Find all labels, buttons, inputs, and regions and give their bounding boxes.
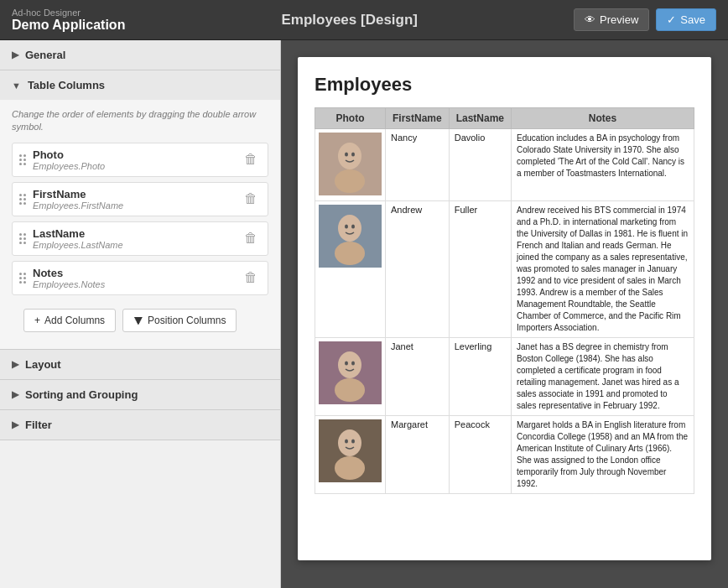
drag-handle[interactable]: [19, 154, 26, 165]
sorting-section-header[interactable]: ▶ Sorting and Grouping: [0, 380, 280, 409]
column-name: FirstName: [33, 188, 234, 200]
table-row: NancyDavolioEducation includes a BA in p…: [315, 129, 694, 201]
delete-column-button[interactable]: 🗑: [241, 268, 261, 287]
layout-label: Layout: [25, 358, 61, 371]
page-title: Employees [Design]: [282, 12, 419, 29]
table-columns-content: Change the order of elements by dragging…: [0, 100, 280, 349]
notes-cell: Margaret holds a BA in English literatur…: [512, 416, 694, 494]
add-columns-label: Add Columns: [44, 315, 105, 326]
svg-point-12: [345, 362, 348, 366]
column-info: Notes Employees.Notes: [33, 267, 234, 289]
layout-arrow-icon: ▶: [12, 359, 18, 370]
delete-column-button[interactable]: 🗑: [241, 150, 261, 169]
position-columns-button[interactable]: ⯆ Position Columns: [122, 309, 237, 332]
svg-point-19: [335, 456, 365, 480]
drag-handle[interactable]: [19, 194, 26, 205]
preview-table-body: NancyDavolioEducation includes a BA in p…: [315, 129, 694, 494]
svg-point-7: [345, 225, 348, 229]
svg-point-8: [351, 225, 355, 229]
lastname-cell: Leverling: [449, 338, 511, 416]
designer-label: Ad-hoc Designer: [12, 8, 125, 18]
position-icon: ⯆: [133, 315, 143, 326]
column-name: Photo: [33, 148, 234, 161]
delete-column-button[interactable]: 🗑: [241, 190, 261, 208]
table-columns-label: Table Columns: [28, 79, 105, 91]
svg-point-18: [351, 440, 355, 444]
employee-photo: [319, 419, 382, 482]
column-field: Employees.Notes: [33, 279, 234, 289]
firstname-cell: Nancy: [386, 129, 450, 201]
lastname-cell: Davolio: [449, 129, 511, 201]
drag-handle[interactable]: [19, 233, 26, 244]
preview-table: PhotoFirstNameLastNameNotes NancyDavolio…: [315, 107, 694, 494]
save-button[interactable]: ✓ Save: [656, 8, 716, 31]
svg-point-17: [345, 440, 348, 444]
sorting-arrow-icon: ▶: [12, 389, 18, 400]
filter-label: Filter: [25, 419, 52, 431]
add-columns-button[interactable]: + Add Columns: [23, 309, 116, 332]
notes-cell: Education includes a BA in psychology fr…: [512, 129, 694, 201]
table-row: JanetLeverlingJanet has a BS degree in c…: [315, 338, 694, 416]
general-section-header[interactable]: ▶ General: [0, 40, 280, 70]
left-panel: ▶ General ▼ Table Columns Change the ord…: [0, 40, 281, 588]
lastname-cell: Fuller: [449, 201, 511, 338]
table-columns-arrow-icon: ▼: [12, 81, 21, 91]
firstname-cell: Janet: [386, 338, 450, 416]
drag-hint: Change the order of elements by dragging…: [12, 108, 268, 134]
preview-table-head: PhotoFirstNameLastNameNotes: [315, 108, 694, 129]
column-field: Employees.LastName: [33, 240, 234, 250]
header: Ad-hoc Designer Demo Application Employe…: [0, 0, 728, 40]
accordion-layout: ▶ Layout: [0, 350, 280, 380]
preview-container: Employees PhotoFirstNameLastNameNotes Na…: [298, 57, 711, 560]
svg-point-9: [335, 242, 365, 265]
table-header-cell: FirstName: [386, 108, 450, 129]
column-name: LastName: [33, 227, 234, 240]
table-header-cell: LastName: [449, 108, 511, 129]
svg-point-1: [338, 143, 361, 169]
svg-point-14: [335, 378, 365, 402]
photo-cell: [315, 416, 386, 494]
panel-buttons: + Add Columns ⯆ Position Columns: [12, 300, 268, 341]
svg-point-16: [338, 429, 361, 456]
svg-point-6: [338, 215, 361, 242]
column-info: Photo Employees.Photo: [33, 148, 234, 171]
save-label: Save: [680, 13, 705, 26]
preview-label: Preview: [600, 13, 638, 26]
firstname-cell: Andrew: [386, 201, 450, 338]
filter-section-header[interactable]: ▶ Filter: [0, 410, 280, 440]
main-layout: ▶ General ▼ Table Columns Change the ord…: [0, 40, 728, 588]
drag-handle[interactable]: [19, 273, 26, 284]
filter-arrow-icon: ▶: [12, 419, 18, 430]
accordion-general: ▶ General: [0, 40, 280, 70]
photo-cell: [315, 201, 386, 338]
layout-section-header[interactable]: ▶ Layout: [0, 350, 280, 379]
column-row: Notes Employees.Notes 🗑: [12, 261, 268, 295]
preview-title: Employees: [315, 74, 694, 96]
photo-cell: [315, 338, 386, 416]
delete-column-button[interactable]: 🗑: [241, 229, 261, 247]
preview-button[interactable]: 👁 Preview: [574, 8, 649, 31]
employee-photo: [319, 341, 382, 404]
app-name: Demo Application: [12, 18, 125, 33]
employee-photo: [319, 205, 382, 268]
table-header-cell: Notes: [512, 108, 694, 129]
photo-cell: [315, 129, 386, 201]
svg-point-4: [335, 169, 365, 193]
right-panel: Employees PhotoFirstNameLastNameNotes Na…: [281, 40, 728, 588]
plus-icon: +: [34, 315, 40, 326]
table-columns-header[interactable]: ▼ Table Columns: [0, 70, 280, 100]
employee-photo: [319, 133, 382, 195]
column-row: FirstName Employees.FirstName 🗑: [12, 182, 268, 216]
table-header-cell: Photo: [315, 108, 386, 129]
firstname-cell: Margaret: [386, 416, 450, 494]
svg-point-3: [351, 153, 355, 157]
header-actions: 👁 Preview ✓ Save: [574, 8, 716, 31]
app-info: Ad-hoc Designer Demo Application: [12, 8, 125, 33]
column-info: FirstName Employees.FirstName: [33, 188, 234, 211]
notes-cell: Janet has a BS degree in chemistry from …: [512, 338, 694, 416]
position-columns-label: Position Columns: [148, 315, 226, 326]
general-arrow-icon: ▶: [12, 49, 18, 60]
accordion-table-columns: ▼ Table Columns Change the order of elem…: [0, 70, 280, 350]
eye-icon: 👁: [585, 13, 595, 26]
general-label: General: [25, 49, 65, 61]
